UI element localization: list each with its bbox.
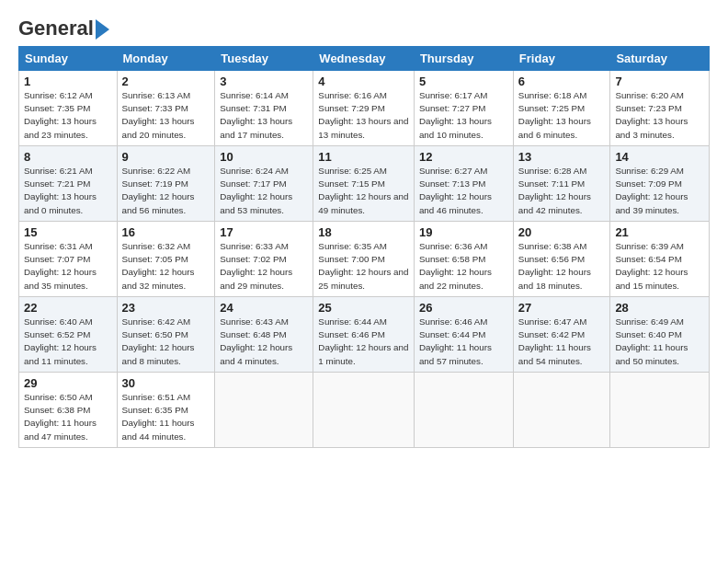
calendar-cell: 16Sunrise: 6:32 AMSunset: 7:05 PMDayligh…	[117, 222, 215, 297]
calendar-cell	[414, 373, 513, 448]
calendar-cell: 13Sunrise: 6:28 AMSunset: 7:11 PMDayligh…	[513, 146, 610, 222]
calendar-cell: 22Sunrise: 6:40 AMSunset: 6:52 PMDayligh…	[19, 297, 118, 373]
day-info: Sunrise: 6:31 AMSunset: 7:07 PMDaylight:…	[24, 240, 112, 293]
day-info: Sunrise: 6:14 AMSunset: 7:31 PMDaylight:…	[220, 89, 308, 142]
day-number: 6	[518, 75, 606, 88]
day-info: Sunrise: 6:47 AMSunset: 6:42 PMDaylight:…	[518, 316, 606, 368]
day-number: 20	[518, 225, 606, 239]
calendar-cell: 30Sunrise: 6:51 AMSunset: 6:35 PMDayligh…	[117, 373, 215, 448]
day-number: 8	[24, 150, 112, 164]
calendar-cell	[215, 373, 313, 448]
day-number: 10	[220, 150, 308, 164]
day-number: 1	[24, 75, 112, 88]
day-info: Sunrise: 6:20 AMSunset: 7:23 PMDaylight:…	[615, 89, 704, 142]
calendar-cell	[610, 373, 710, 448]
day-number: 3	[220, 75, 308, 88]
day-info: Sunrise: 6:43 AMSunset: 6:48 PMDaylight:…	[220, 316, 308, 368]
day-number: 17	[220, 225, 308, 239]
day-info: Sunrise: 6:35 AMSunset: 7:00 PMDaylight:…	[318, 240, 409, 293]
calendar-cell: 3Sunrise: 6:14 AMSunset: 7:31 PMDaylight…	[215, 71, 313, 146]
calendar-cell: 6Sunrise: 6:18 AMSunset: 7:25 PMDaylight…	[513, 71, 610, 146]
day-number: 26	[419, 301, 508, 315]
day-number: 4	[318, 75, 409, 88]
header: General	[18, 17, 710, 37]
day-number: 5	[419, 75, 508, 88]
day-number: 18	[318, 225, 409, 239]
day-info: Sunrise: 6:24 AMSunset: 7:17 PMDaylight:…	[220, 165, 308, 217]
day-info: Sunrise: 6:40 AMSunset: 6:52 PMDaylight:…	[24, 316, 112, 368]
calendar-cell: 11Sunrise: 6:25 AMSunset: 7:15 PMDayligh…	[313, 146, 415, 222]
day-info: Sunrise: 6:28 AMSunset: 7:11 PMDaylight:…	[518, 165, 606, 217]
day-info: Sunrise: 6:25 AMSunset: 7:15 PMDaylight:…	[318, 165, 409, 217]
day-info: Sunrise: 6:33 AMSunset: 7:02 PMDaylight:…	[220, 240, 308, 293]
day-number: 14	[615, 150, 704, 164]
calendar-cell: 18Sunrise: 6:35 AMSunset: 7:00 PMDayligh…	[313, 222, 415, 297]
calendar-cell	[313, 373, 415, 448]
day-info: Sunrise: 6:18 AMSunset: 7:25 PMDaylight:…	[518, 89, 606, 142]
logo-arrow-icon	[96, 19, 109, 40]
col-header-friday: Friday	[513, 47, 610, 71]
col-header-saturday: Saturday	[610, 47, 710, 71]
logo-general: General	[18, 17, 94, 40]
day-number: 12	[419, 150, 508, 164]
day-number: 27	[518, 301, 606, 315]
page: General SundayMondayTuesdayWednesdayThur…	[0, 0, 728, 457]
calendar-cell: 23Sunrise: 6:42 AMSunset: 6:50 PMDayligh…	[117, 297, 215, 373]
day-info: Sunrise: 6:49 AMSunset: 6:40 PMDaylight:…	[615, 316, 704, 368]
day-info: Sunrise: 6:38 AMSunset: 6:56 PMDaylight:…	[518, 240, 606, 293]
day-info: Sunrise: 6:16 AMSunset: 7:29 PMDaylight:…	[318, 89, 409, 142]
calendar-cell: 5Sunrise: 6:17 AMSunset: 7:27 PMDaylight…	[414, 71, 513, 146]
day-info: Sunrise: 6:36 AMSunset: 6:58 PMDaylight:…	[419, 240, 508, 293]
day-info: Sunrise: 6:44 AMSunset: 6:46 PMDaylight:…	[318, 316, 409, 368]
day-number: 24	[220, 301, 308, 315]
col-header-monday: Monday	[117, 47, 215, 71]
day-info: Sunrise: 6:50 AMSunset: 6:38 PMDaylight:…	[24, 391, 112, 443]
day-info: Sunrise: 6:27 AMSunset: 7:13 PMDaylight:…	[419, 165, 508, 217]
day-number: 16	[122, 225, 210, 239]
calendar-cell: 21Sunrise: 6:39 AMSunset: 6:54 PMDayligh…	[610, 222, 710, 297]
day-info: Sunrise: 6:39 AMSunset: 6:54 PMDaylight:…	[615, 240, 704, 293]
day-info: Sunrise: 6:22 AMSunset: 7:19 PMDaylight:…	[122, 165, 210, 217]
day-number: 2	[122, 75, 210, 88]
day-info: Sunrise: 6:21 AMSunset: 7:21 PMDaylight:…	[24, 165, 112, 217]
day-number: 9	[122, 150, 210, 164]
calendar-cell: 19Sunrise: 6:36 AMSunset: 6:58 PMDayligh…	[414, 222, 513, 297]
calendar-cell: 17Sunrise: 6:33 AMSunset: 7:02 PMDayligh…	[215, 222, 313, 297]
calendar: SundayMondayTuesdayWednesdayThursdayFrid…	[18, 46, 710, 448]
logo: General	[18, 17, 109, 37]
day-number: 7	[615, 75, 704, 88]
day-info: Sunrise: 6:29 AMSunset: 7:09 PMDaylight:…	[615, 165, 704, 217]
calendar-cell: 1Sunrise: 6:12 AMSunset: 7:35 PMDaylight…	[19, 71, 118, 146]
calendar-cell: 20Sunrise: 6:38 AMSunset: 6:56 PMDayligh…	[513, 222, 610, 297]
day-number: 22	[24, 301, 112, 315]
day-number: 11	[318, 150, 409, 164]
day-info: Sunrise: 6:17 AMSunset: 7:27 PMDaylight:…	[419, 89, 508, 142]
calendar-cell: 10Sunrise: 6:24 AMSunset: 7:17 PMDayligh…	[215, 146, 313, 222]
day-info: Sunrise: 6:46 AMSunset: 6:44 PMDaylight:…	[419, 316, 508, 368]
calendar-cell: 12Sunrise: 6:27 AMSunset: 7:13 PMDayligh…	[414, 146, 513, 222]
day-number: 29	[24, 376, 112, 390]
day-info: Sunrise: 6:32 AMSunset: 7:05 PMDaylight:…	[122, 240, 210, 293]
calendar-cell: 27Sunrise: 6:47 AMSunset: 6:42 PMDayligh…	[513, 297, 610, 373]
calendar-cell	[513, 373, 610, 448]
day-number: 28	[615, 301, 704, 315]
calendar-cell: 28Sunrise: 6:49 AMSunset: 6:40 PMDayligh…	[610, 297, 710, 373]
day-number: 13	[518, 150, 606, 164]
day-number: 30	[122, 376, 210, 390]
day-number: 19	[419, 225, 508, 239]
day-info: Sunrise: 6:42 AMSunset: 6:50 PMDaylight:…	[122, 316, 210, 368]
col-header-sunday: Sunday	[19, 47, 118, 71]
calendar-cell: 2Sunrise: 6:13 AMSunset: 7:33 PMDaylight…	[117, 71, 215, 146]
col-header-wednesday: Wednesday	[313, 47, 415, 71]
day-number: 25	[318, 301, 409, 315]
calendar-cell: 24Sunrise: 6:43 AMSunset: 6:48 PMDayligh…	[215, 297, 313, 373]
col-header-tuesday: Tuesday	[215, 47, 313, 71]
calendar-cell: 9Sunrise: 6:22 AMSunset: 7:19 PMDaylight…	[117, 146, 215, 222]
day-info: Sunrise: 6:12 AMSunset: 7:35 PMDaylight:…	[24, 89, 112, 142]
calendar-cell: 25Sunrise: 6:44 AMSunset: 6:46 PMDayligh…	[313, 297, 415, 373]
calendar-cell: 8Sunrise: 6:21 AMSunset: 7:21 PMDaylight…	[19, 146, 118, 222]
day-number: 15	[24, 225, 112, 239]
calendar-cell: 14Sunrise: 6:29 AMSunset: 7:09 PMDayligh…	[610, 146, 710, 222]
day-number: 23	[122, 301, 210, 315]
calendar-cell: 4Sunrise: 6:16 AMSunset: 7:29 PMDaylight…	[313, 71, 415, 146]
